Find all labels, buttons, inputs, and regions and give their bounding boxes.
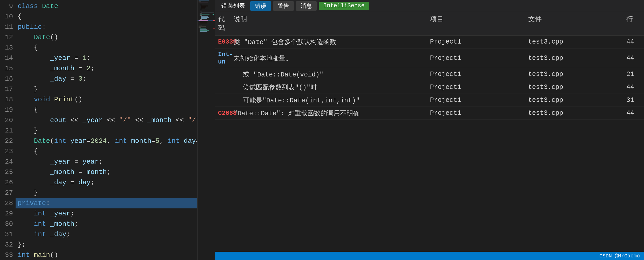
code-line-25[interactable]: _month = month; — [16, 167, 197, 177]
svg-rect-7 — [201, 7, 206, 7]
svg-rect-24 — [200, 24, 205, 24]
svg-rect-15 — [200, 15, 202, 16]
line-numbers: 9101112131415161718192021222324252627282… — [0, 0, 16, 260]
code-line-9[interactable]: class Date — [16, 1, 197, 11]
error-project-cell: Project1 — [427, 69, 525, 79]
table-header: 代码 说明 项目 文件 行 — [215, 12, 644, 36]
btn-messages[interactable]: 消息 — [296, 1, 317, 11]
svg-rect-10 — [200, 10, 209, 10]
code-line-27[interactable]: } — [16, 188, 197, 198]
code-line-29[interactable]: int _year; — [16, 208, 197, 219]
col-code: 代码 — [215, 13, 231, 34]
error-desc-cell: 或 "Date::Date(void)" — [231, 69, 427, 80]
error-code-cell: Int-un — [215, 50, 231, 67]
error-project-cell: Project1 — [427, 95, 525, 105]
error-rows: E0339类 "Date" 包含多个默认构造函数Project1test3.cp… — [215, 36, 644, 120]
svg-rect-1 — [199, 1, 209, 1]
svg-rect-8 — [201, 8, 205, 8]
table-row[interactable]: Int-un未初始化本地变量。Project1test3.cpp44 — [215, 48, 644, 68]
error-desc-cell: "Date::Date": 对重载函数的调用不明确 — [231, 108, 427, 118]
svg-rect-26 — [199, 26, 206, 26]
svg-rect-14 — [200, 14, 209, 15]
code-content[interactable]: class Date{public: Date() { _year = 1; _… — [16, 0, 197, 260]
table-row[interactable]: 尝试匹配参数列表"()"时Project1test3.cpp44 — [215, 81, 644, 94]
svg-rect-2 — [199, 2, 201, 2]
minimap — [197, 0, 215, 260]
table-row[interactable]: E0339类 "Date" 包含多个默认构造函数Project1test3.cp… — [215, 36, 644, 48]
error-desc-cell: 类 "Date" 包含多个默认构造函数 — [231, 37, 427, 47]
code-line-30[interactable]: int _month; — [16, 219, 197, 229]
status-text: CSDN @MrGaomo — [599, 253, 640, 259]
error-file-cell: test3.cpp — [525, 95, 623, 105]
table-row[interactable]: 或 "Date::Date(void)"Project1test3.cpp21 — [215, 68, 644, 81]
error-line-cell: 44 — [623, 53, 644, 63]
btn-intellisense[interactable]: IntelliSense — [319, 2, 369, 10]
code-line-28[interactable]: private: — [16, 198, 197, 208]
tab-error-list[interactable]: 错误列表 — [218, 1, 248, 11]
status-bar: CSDN @MrGaomo — [215, 252, 644, 260]
svg-rect-33 — [213, 28, 215, 29]
error-project-cell: Project1 — [427, 53, 525, 63]
table-row[interactable]: 可能是"Date::Date(int,int,int)"Project1test… — [215, 94, 644, 107]
code-line-21[interactable]: } — [16, 125, 197, 136]
error-code-cell — [215, 99, 231, 101]
error-line-cell: 44 — [623, 82, 644, 92]
col-file: 文件 — [525, 13, 623, 34]
table-row[interactable]: C2668"Date::Date": 对重载函数的调用不明确Project1te… — [215, 107, 644, 120]
svg-rect-6 — [201, 6, 208, 6]
error-code-cell: C2668 — [215, 108, 231, 118]
svg-rect-17 — [201, 17, 209, 18]
svg-rect-25 — [199, 25, 202, 25]
svg-rect-12 — [201, 12, 214, 12]
svg-rect-13 — [200, 13, 202, 13]
svg-rect-32 — [213, 20, 215, 21]
panel-tabs: 错误列表 错误 警告 消息 IntelliSense — [215, 0, 644, 12]
error-code-cell — [215, 86, 231, 88]
code-line-14[interactable]: _year = 1; — [16, 53, 197, 63]
error-file-cell: test3.cpp — [525, 53, 623, 63]
col-line: 行 — [623, 13, 644, 34]
svg-rect-22 — [200, 22, 207, 22]
code-line-15[interactable]: _month = 2; — [16, 63, 197, 74]
svg-rect-31 — [200, 31, 207, 32]
code-line-32[interactable]: }; — [16, 240, 197, 250]
error-code-cell — [215, 73, 231, 75]
svg-rect-19 — [200, 19, 202, 20]
error-project-cell: Project1 — [427, 108, 525, 118]
svg-rect-27 — [199, 27, 201, 27]
col-desc: 说明 — [231, 13, 427, 34]
code-line-23[interactable]: { — [16, 146, 197, 157]
error-line-cell: 21 — [623, 69, 644, 79]
code-line-22[interactable]: Date(int year=2024, int month=5, int day… — [16, 136, 197, 146]
code-line-11[interactable]: public: — [16, 22, 197, 32]
code-line-20[interactable]: cout << _year << "/" << _month << "/"<<_… — [16, 115, 197, 125]
svg-rect-3 — [199, 3, 208, 3]
svg-rect-18 — [201, 18, 207, 19]
svg-rect-4 — [200, 4, 207, 4]
code-line-12[interactable]: Date() — [16, 32, 197, 43]
code-line-16[interactable]: _day = 3; — [16, 74, 197, 84]
code-line-31[interactable]: int _day; — [16, 229, 197, 240]
error-desc-cell: 可能是"Date::Date(int,int,int)" — [231, 95, 427, 106]
code-line-33[interactable]: int main() — [16, 250, 197, 260]
error-desc-cell: 尝试匹配参数列表"()"时 — [231, 82, 427, 93]
svg-rect-30 — [200, 30, 209, 31]
code-line-26[interactable]: _day = day; — [16, 177, 197, 188]
code-line-13[interactable]: { — [16, 43, 197, 53]
btn-errors[interactable]: 错误 — [250, 1, 271, 11]
svg-rect-21 — [199, 20, 208, 21]
error-line-cell: 31 — [623, 95, 644, 105]
code-line-24[interactable]: _year = year; — [16, 157, 197, 167]
svg-rect-29 — [200, 29, 207, 30]
error-code-cell: E0339 — [215, 37, 231, 47]
btn-warnings[interactable]: 警告 — [273, 1, 294, 11]
code-line-19[interactable]: { — [16, 105, 197, 115]
svg-rect-9 — [200, 9, 202, 9]
code-line-18[interactable]: void Print() — [16, 94, 197, 105]
code-line-17[interactable]: } — [16, 84, 197, 94]
error-project-cell: Project1 — [427, 37, 525, 47]
code-line-10[interactable]: { — [16, 11, 197, 22]
error-panel: 错误列表 错误 警告 消息 IntelliSense 代码 说明 项目 文件 行… — [215, 0, 644, 260]
svg-rect-16 — [201, 16, 208, 17]
code-editor: 9101112131415161718192021222324252627282… — [0, 0, 197, 260]
